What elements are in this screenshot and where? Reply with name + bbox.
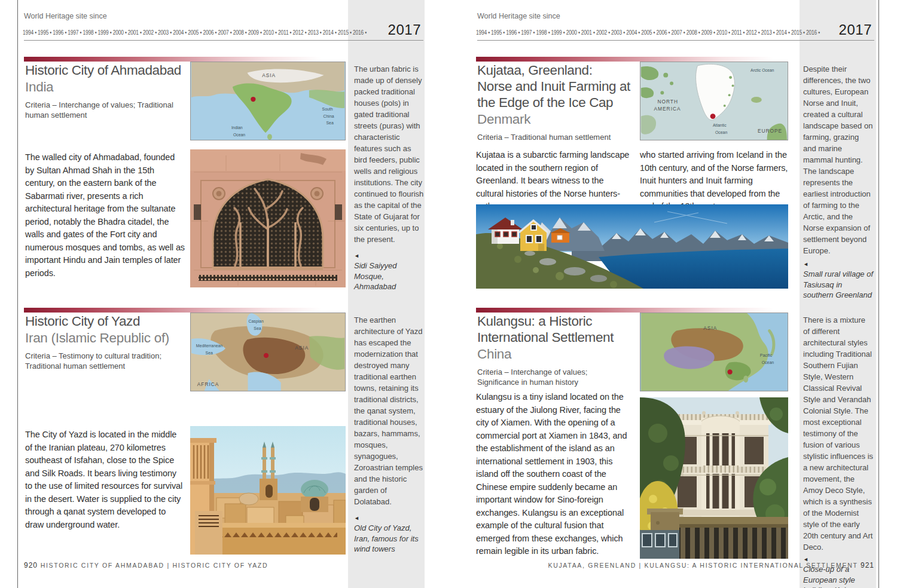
timeline-years: 1994 • 1995 • 1996 • 1997 • 1998 • 1999 … [476, 29, 820, 36]
left-arrow-icon: ◄ [354, 253, 425, 259]
map-label: Pacific [760, 353, 773, 357]
timeline-label: World Heritage site since [24, 12, 107, 20]
site-location-marker [251, 97, 255, 102]
caption-text: Small rural village of Tasiusaq in south… [803, 269, 874, 301]
sidebar-text: The earthen architecture of Yazd has esc… [354, 314, 425, 507]
map-china-location: ASIA Pacific Ocean [640, 313, 788, 391]
entry-criteria: Criteria – Interchange of values; Tradit… [25, 100, 188, 120]
left-arrow-icon: ◄ [354, 515, 425, 521]
entry-country: Denmark [477, 112, 640, 127]
map-label: Ocean [762, 360, 774, 365]
title-line: Kulangsu: a Historic [477, 313, 640, 329]
entry-title: Kulangsu: a Historic International Settl… [477, 313, 640, 345]
entry-kulangsu-head: Kulangsu: a Historic International Settl… [477, 313, 640, 387]
map-label: AMERICA [654, 106, 681, 112]
map-label: Caspian [249, 319, 264, 324]
site-location-marker [264, 353, 269, 358]
map-label: Sea [254, 326, 261, 330]
map-srilanka [267, 134, 272, 140]
entry-accent-bar [476, 57, 799, 62]
title-line: Norse and Inuit Farming at [477, 78, 640, 94]
teal-dome [301, 480, 328, 499]
photo-caption: ◄ Old City of Yazd, Iran, famous for its… [354, 515, 425, 555]
site-location-marker [727, 369, 732, 374]
timeline-rule [24, 40, 423, 41]
window-sill [213, 267, 323, 270]
title-line: International Settlement [477, 329, 640, 345]
timeline-label: World Heritage site since [477, 12, 560, 20]
photo-caption: ◄ Sidi Saiyyed Mosque, Ahmadabad [354, 253, 425, 292]
site-location-marker [710, 114, 716, 119]
sidebar-note-kulangsu: There is a mixture of different architec… [803, 314, 874, 588]
timeline-current-year: 2017 [839, 22, 872, 38]
map-taiwan [743, 375, 748, 382]
caption-text: Sidi Saiyyed Mosque, Ahmadabad [354, 261, 425, 292]
title-line: Historic City of Yazd [25, 313, 188, 329]
entry-country: Iran (Islamic Republic of) [25, 330, 188, 346]
map-label: Ocean [233, 133, 245, 137]
entry-country: India [25, 79, 188, 95]
page-left: World Heritage site since 1994 • 1995 • … [18, 0, 425, 588]
entry-kujataa-head: Kujataa, Greenland: Norse and Inuit Farm… [477, 62, 640, 143]
entry-title: Historic City of Ahmadabad [25, 62, 188, 78]
caption-text: Old City of Yazd, Iran, famous for its w… [354, 523, 425, 555]
page-edge-right [878, 0, 879, 588]
entry-body-col1: Kujataa is a subarctic farming landscape… [476, 149, 630, 213]
map-label: Mediterranean [196, 344, 223, 348]
entry-title: Historic City of Yazd [25, 313, 188, 329]
map-label: Sea [206, 351, 213, 355]
entry-criteria: Criteria – Traditional human settlement [477, 133, 640, 143]
photo-caption: ◄ Small rural village of Tasiusaq in sou… [803, 261, 874, 301]
map-label: Indian [231, 125, 243, 130]
entry-body: Kulangsu is a tiny island located on the… [476, 391, 633, 558]
page-footer: KUJATAA, GREENLAND | KULANGSU: A HISTORI… [548, 561, 874, 569]
entry-criteria: Criteria – Interchange of values; Signif… [477, 368, 618, 387]
sidebar-text: Despite their differences, the two cultu… [803, 63, 874, 256]
page-number: 921 [861, 561, 874, 569]
title-line: Historic City of Ahmadabad [25, 62, 188, 78]
footer-titles: KUJATAA, GREENLAND | KULANGSU: A HISTORI… [548, 562, 858, 569]
map-label: ASIA [295, 345, 309, 351]
photo-kulangsu-building [640, 397, 788, 559]
page-number: 920 [24, 561, 38, 569]
page-right: World Heritage site since 1994 • 1995 • … [471, 0, 875, 588]
map-label: Arctic Ocean [750, 68, 774, 72]
entry-title: Kujataa, Greenland: Norse and Inuit Farm… [477, 62, 640, 111]
side-ornament [194, 204, 201, 220]
entry-ahmadabad-head: Historic City of Ahmadabad India Criteri… [25, 62, 188, 120]
map-label: ASIA [262, 72, 276, 78]
entry-accent-bar [476, 308, 799, 313]
photo-tasiusaq-village [476, 204, 788, 289]
map-label: South [322, 107, 333, 111]
map-iran-location: Caspian Sea Mediterranean Sea ASIA AFRIC… [190, 313, 346, 391]
slotted-building [195, 511, 222, 555]
title-line: the Edge of the Ice Cap [477, 94, 640, 111]
map-label: ASIA [703, 325, 717, 331]
map-label: Sea [327, 121, 334, 125]
title-line: Kujataa, Greenland: [477, 62, 640, 78]
entry-body-col2: who started arriving from Iceland in the… [640, 149, 795, 213]
left-arrow-icon: ◄ [803, 261, 874, 267]
map-india-location: ASIA South China Sea Indian Ocean [190, 62, 346, 140]
page-footer: 920 HISTORIC CITY OF AHMADABAD | HISTORI… [24, 561, 268, 569]
sidebar-text: There is a mixture of different architec… [803, 314, 874, 553]
timeline-rule [477, 40, 874, 41]
timeline-years: 1994 • 1995 • 1996 • 1997 • 1998 • 1999 … [23, 29, 367, 36]
map-label: Ocean [715, 130, 727, 134]
map-label: Atlantic [713, 123, 727, 127]
lower-left-structure [640, 530, 679, 559]
map-label: EUROPE [758, 128, 782, 134]
sidebar-note-kujataa: Despite their differences, the two cultu… [803, 63, 874, 301]
footer-titles: HISTORIC CITY OF AHMADABAD | HISTORIC CI… [41, 562, 269, 569]
map-label: China [324, 114, 334, 118]
sidebar-text: The urban fabric is made up of densely p… [354, 63, 425, 245]
timeline-current-year: 2017 [388, 22, 421, 38]
entry-country: China [477, 347, 640, 362]
entry-yazd-head: Historic City of Yazd Iran (Islamic Repu… [25, 313, 188, 371]
map-greenland-location: Arctic Ocean NORTH AMERICA Atlantic Ocea… [640, 62, 788, 140]
entry-body: The walled city of Ahmadabad, founded by… [25, 151, 185, 280]
photo-sidi-saiyyed-mosque [190, 149, 346, 287]
side-ornament [335, 204, 342, 220]
book-spread: World Heritage site since 1994 • 1995 • … [0, 0, 897, 588]
entry-criteria: Criteria – Testimony to cultural traditi… [25, 351, 176, 371]
